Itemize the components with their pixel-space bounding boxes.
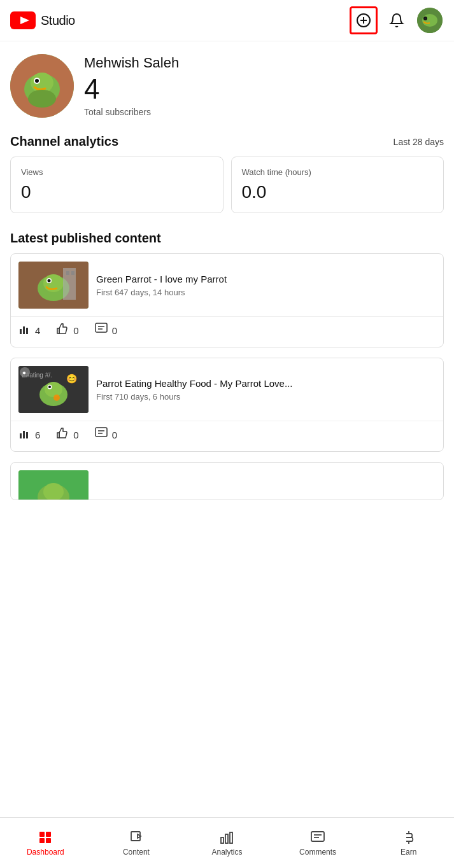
svg-point-8 xyxy=(425,18,427,20)
nav-item-analytics[interactable]: Analytics xyxy=(181,825,273,862)
svg-rect-27 xyxy=(57,328,59,333)
svg-point-14 xyxy=(35,79,39,83)
views-stat-2: 6 xyxy=(18,427,40,443)
create-button[interactable] xyxy=(350,6,378,34)
video-item-1: Green Parrot - I love my Parrot First 64… xyxy=(11,254,443,316)
comments-stat-2: 0 xyxy=(94,426,117,444)
comments-stat-1: 0 xyxy=(94,322,117,339)
nav-item-earn[interactable]: Earn xyxy=(363,825,454,862)
bell-icon xyxy=(389,13,404,28)
bar-chart-icon-2 xyxy=(18,427,31,443)
views-card: Views 0 xyxy=(10,157,223,213)
video-title-1: Green Parrot - I love my Parrot xyxy=(96,273,436,286)
bar-chart-icon-1 xyxy=(18,323,31,339)
video-thumb-2: E#ating #/. 😊 ● xyxy=(18,366,89,413)
svg-rect-46 xyxy=(96,428,107,437)
views-label: Views xyxy=(21,167,213,177)
svg-rect-54 xyxy=(39,838,45,843)
svg-rect-43 xyxy=(23,431,25,438)
svg-point-20 xyxy=(48,279,51,283)
analytics-section-header: Channel analytics Last 28 days xyxy=(0,124,454,157)
svg-point-51 xyxy=(43,483,64,500)
nav-item-dashboard[interactable]: Dashboard xyxy=(0,825,91,862)
analytics-title: Channel analytics xyxy=(10,134,118,149)
logo-area: Studio xyxy=(10,11,350,29)
nav-item-comments[interactable]: Comments xyxy=(273,825,364,862)
svg-rect-45 xyxy=(57,433,59,438)
likes-stat-1: 0 xyxy=(55,322,78,339)
create-icon xyxy=(356,13,371,28)
svg-point-6 xyxy=(422,14,437,27)
comments-count-2: 0 xyxy=(112,430,117,440)
views-count-2: 6 xyxy=(35,430,40,440)
svg-rect-53 xyxy=(46,832,51,837)
video-item-3 xyxy=(11,463,443,500)
nav-item-content[interactable]: Content xyxy=(91,825,182,862)
nav-label-analytics: Analytics xyxy=(211,848,242,857)
video-stats-1: 4 0 0 xyxy=(11,316,443,347)
likes-count-2: 0 xyxy=(73,430,78,440)
watch-time-value: 0.0 xyxy=(242,182,434,202)
user-avatar-button[interactable] xyxy=(416,6,444,34)
svg-rect-24 xyxy=(20,329,22,334)
comment-icon-2 xyxy=(94,426,108,444)
video-title-2: Parrot Eating Healthy Food - My Parrot L… xyxy=(96,377,436,390)
video-item-2: E#ating #/. 😊 ● Parrot Eating Healthy Fo… xyxy=(11,358,443,421)
header: Studio xyxy=(0,0,454,41)
watch-time-card: Watch time (hours) 0.0 xyxy=(231,157,444,213)
views-count-1: 4 xyxy=(35,325,40,336)
notifications-button[interactable] xyxy=(383,6,411,34)
header-icons xyxy=(350,6,444,34)
svg-rect-61 xyxy=(311,832,324,841)
analytics-period: Last 28 days xyxy=(394,137,444,147)
thumbs-up-icon-2 xyxy=(55,426,69,444)
video-meta-2: Parrot Eating Healthy Food - My Parrot L… xyxy=(96,377,436,402)
likes-stat-2: 0 xyxy=(55,426,78,444)
channel-name: Mehwish Saleh xyxy=(84,55,179,71)
video-thumb-1 xyxy=(18,262,89,309)
nav-label-earn: Earn xyxy=(401,848,416,857)
svg-rect-28 xyxy=(96,323,107,332)
subscriber-count: 4 xyxy=(84,74,179,104)
thumbs-up-icon-1 xyxy=(55,322,69,339)
nav-label-dashboard: Dashboard xyxy=(27,848,64,857)
video-stats-2: 6 0 0 xyxy=(11,421,443,451)
content-icon xyxy=(129,830,144,845)
channel-info: Mehwish Saleh 4 Total subscribers xyxy=(84,55,179,117)
svg-rect-44 xyxy=(26,432,28,438)
svg-text:●: ● xyxy=(22,369,26,376)
analytics-icon xyxy=(219,830,234,845)
video-sub-1: First 647 days, 14 hours xyxy=(96,288,436,297)
views-stat-1: 4 xyxy=(18,323,40,339)
svg-rect-55 xyxy=(46,838,51,843)
svg-rect-59 xyxy=(225,834,228,843)
video-thumb-3 xyxy=(18,470,89,500)
profile-section: Mehwish Saleh 4 Total subscribers xyxy=(0,41,454,124)
svg-rect-58 xyxy=(221,837,223,843)
channel-avatar xyxy=(10,54,74,118)
bottom-nav: Dashboard Content Analytics Comments xyxy=(0,817,454,868)
nav-label-comments: Comments xyxy=(299,848,336,857)
studio-title: Studio xyxy=(41,13,75,28)
likes-count-1: 0 xyxy=(73,325,78,336)
svg-rect-42 xyxy=(20,433,22,438)
svg-point-38 xyxy=(53,395,60,401)
watch-time-label: Watch time (hours) xyxy=(242,167,434,177)
svg-point-15 xyxy=(28,90,56,108)
svg-rect-56 xyxy=(131,832,140,841)
comment-icon-1 xyxy=(94,322,108,339)
subscriber-label: Total subscribers xyxy=(84,107,179,117)
dashboard-icon xyxy=(38,830,53,845)
avatar xyxy=(417,8,443,33)
youtube-logo-icon xyxy=(10,11,36,29)
video-card-2: E#ating #/. 😊 ● Parrot Eating Healthy Fo… xyxy=(10,358,444,452)
earn-icon xyxy=(401,830,416,845)
svg-rect-23 xyxy=(71,271,74,275)
video-meta-1: Green Parrot - I love my Parrot First 64… xyxy=(96,273,436,298)
svg-text:😊: 😊 xyxy=(66,374,78,384)
latest-content-title: Latest published content xyxy=(0,226,454,253)
video-sub-2: First 710 days, 6 hours xyxy=(96,392,436,402)
svg-point-35 xyxy=(45,382,62,397)
views-value: 0 xyxy=(21,182,213,202)
svg-rect-52 xyxy=(39,832,45,837)
